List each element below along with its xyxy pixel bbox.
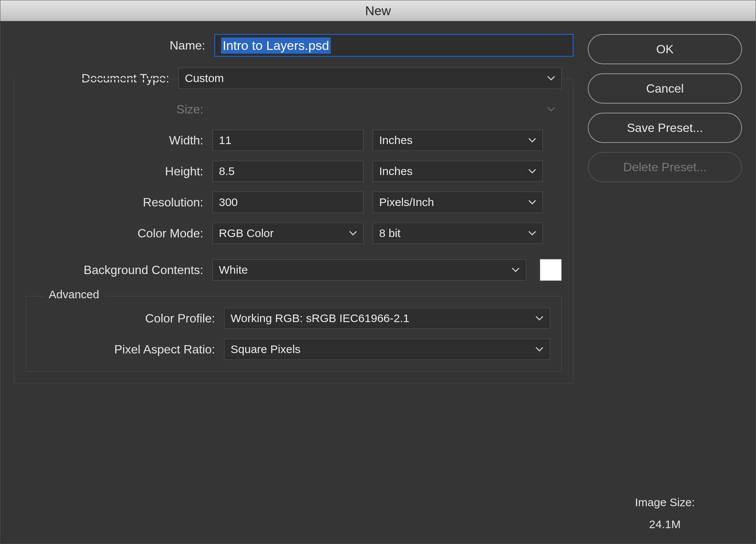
color-mode-select[interactable]: RGB Color bbox=[212, 223, 364, 244]
pixel-aspect-ratio-label: Pixel Aspect Ratio: bbox=[37, 343, 215, 356]
delete-preset-button: Delete Preset... bbox=[588, 152, 742, 182]
chevron-down-icon bbox=[535, 316, 544, 321]
new-document-dialog: New Name: Intro to Layers.psd Document T… bbox=[0, 0, 756, 544]
resolution-label: Resolution: bbox=[26, 195, 203, 209]
chevron-down-icon bbox=[511, 267, 520, 273]
name-input-value: Intro to Layers.psd bbox=[221, 37, 331, 54]
pixel-aspect-ratio-value: Square Pixels bbox=[231, 343, 301, 356]
name-input[interactable]: Intro to Layers.psd bbox=[214, 34, 573, 57]
height-input[interactable]: 8.5 bbox=[212, 161, 364, 182]
chevron-down-icon bbox=[535, 347, 544, 352]
size-label: Size: bbox=[26, 102, 203, 116]
chevron-down-icon bbox=[528, 200, 536, 205]
document-type-label: Document Type: bbox=[26, 71, 169, 85]
background-contents-row: Background Contents: White bbox=[26, 259, 562, 281]
pixel-aspect-ratio-select[interactable]: Square Pixels bbox=[224, 339, 550, 360]
color-profile-row: Color Profile: Working RGB: sRGB IEC6196… bbox=[37, 308, 550, 329]
image-size-value: 24.1M bbox=[588, 518, 742, 531]
advanced-group: Advanced Color Profile: Working RGB: sRG… bbox=[26, 296, 562, 372]
chevron-down-icon bbox=[528, 169, 536, 174]
size-row: Size: bbox=[26, 99, 562, 120]
document-settings-group: Document Type: Custom Size: bbox=[14, 79, 573, 383]
color-mode-row: Color Mode: RGB Color 8 bit bbox=[26, 223, 562, 244]
name-row: Name: Intro to Layers.psd bbox=[14, 34, 573, 57]
background-color-swatch[interactable] bbox=[540, 259, 562, 281]
advanced-legend: Advanced bbox=[43, 288, 104, 301]
chevron-down-icon bbox=[547, 107, 555, 112]
resolution-unit-value: Pixels/Inch bbox=[379, 196, 434, 209]
width-input[interactable]: 11 bbox=[212, 130, 364, 151]
size-select bbox=[212, 99, 562, 120]
name-label: Name: bbox=[14, 39, 205, 53]
action-area: OK Cancel Save Preset... Delete Preset..… bbox=[588, 34, 742, 531]
chevron-down-icon bbox=[349, 231, 357, 236]
height-label: Height: bbox=[26, 164, 203, 178]
document-type-row: Document Type: Custom bbox=[26, 68, 562, 89]
width-row: Width: 11 Inches bbox=[26, 130, 562, 151]
resolution-value: 300 bbox=[219, 196, 238, 209]
width-label: Width: bbox=[26, 133, 203, 147]
color-depth-value: 8 bit bbox=[379, 227, 401, 240]
width-unit-value: Inches bbox=[379, 134, 412, 147]
image-size-info: Image Size: 24.1M bbox=[588, 496, 742, 531]
image-size-label: Image Size: bbox=[588, 496, 742, 509]
resolution-input[interactable]: 300 bbox=[212, 192, 364, 213]
chevron-down-icon bbox=[528, 231, 536, 236]
height-unit-select[interactable]: Inches bbox=[373, 161, 543, 182]
document-type-value: Custom bbox=[185, 72, 224, 85]
width-value: 11 bbox=[219, 134, 231, 147]
color-mode-value: RGB Color bbox=[219, 227, 274, 240]
height-value: 8.5 bbox=[219, 165, 235, 178]
background-contents-value: White bbox=[219, 263, 248, 276]
window-title: New bbox=[0, 0, 756, 21]
ok-button[interactable]: OK bbox=[588, 34, 742, 64]
chevron-down-icon bbox=[528, 138, 536, 143]
height-unit-value: Inches bbox=[379, 165, 412, 178]
color-mode-label: Color Mode: bbox=[26, 226, 203, 240]
background-contents-label: Background Contents: bbox=[26, 263, 203, 277]
chevron-down-icon bbox=[547, 76, 555, 81]
color-depth-select[interactable]: 8 bit bbox=[373, 223, 543, 244]
resolution-unit-select[interactable]: Pixels/Inch bbox=[373, 192, 543, 213]
cancel-button[interactable]: Cancel bbox=[588, 73, 742, 104]
height-row: Height: 8.5 Inches bbox=[26, 161, 562, 182]
width-unit-select[interactable]: Inches bbox=[373, 130, 543, 151]
form-area: Name: Intro to Layers.psd Document Type:… bbox=[14, 34, 573, 531]
color-profile-label: Color Profile: bbox=[37, 312, 215, 325]
document-type-select[interactable]: Custom bbox=[178, 68, 562, 89]
save-preset-button[interactable]: Save Preset... bbox=[588, 113, 742, 143]
color-profile-value: Working RGB: sRGB IEC61966-2.1 bbox=[231, 312, 409, 325]
background-contents-select[interactable]: White bbox=[212, 259, 526, 281]
dialog-body: Name: Intro to Layers.psd Document Type:… bbox=[0, 21, 756, 544]
pixel-aspect-ratio-row: Pixel Aspect Ratio: Square Pixels bbox=[37, 339, 550, 360]
resolution-row: Resolution: 300 Pixels/Inch bbox=[26, 192, 562, 213]
color-profile-select[interactable]: Working RGB: sRGB IEC61966-2.1 bbox=[224, 308, 550, 329]
